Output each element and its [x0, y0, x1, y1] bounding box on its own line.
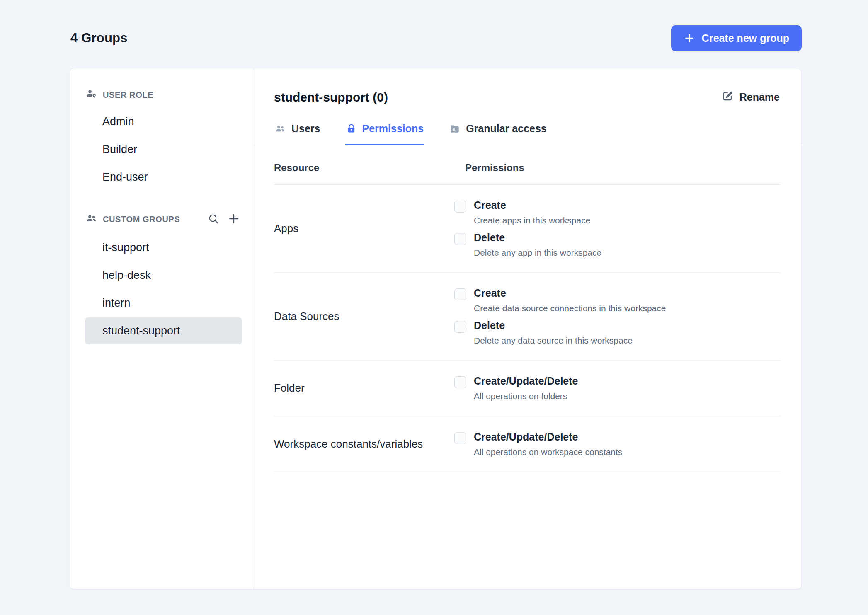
sidebar-item-admin[interactable]: Admin [85, 108, 242, 135]
checkbox-data-sources-create[interactable] [454, 288, 466, 300]
checkbox-folder-crud[interactable] [454, 376, 466, 388]
groups-sidebar: USER ROLE Admin Builder End-user CUSTOM … [70, 68, 254, 589]
checkbox-data-sources-delete[interactable] [454, 321, 466, 333]
resource-label: Workspace constants/variables [274, 438, 454, 450]
permission-text: Create Create apps in this workspace [474, 199, 590, 226]
page-title: 4 Groups [70, 31, 128, 46]
sidebar-item-end-user[interactable]: End-user [85, 164, 242, 191]
permissions-column-header: Permissions [454, 162, 781, 174]
sidebar-item-builder[interactable]: Builder [85, 136, 242, 163]
permissions-cell: Create/Update/Delete All operations on w… [454, 426, 781, 463]
user-gear-icon [86, 88, 97, 102]
rename-label: Rename [739, 91, 780, 103]
add-group-button[interactable] [226, 211, 241, 228]
permissions-table: Resource Permissions Apps Create Create … [274, 145, 781, 472]
permission-label: Delete [474, 231, 601, 244]
rename-button[interactable]: Rename [721, 87, 781, 107]
plus-icon [227, 212, 240, 227]
tab-permissions[interactable]: Permissions [345, 119, 425, 145]
tab-permissions-label: Permissions [362, 123, 424, 135]
permission-label: Create [474, 199, 590, 212]
permission-label: Create/Update/Delete [474, 431, 622, 443]
resource-column-header: Resource [274, 162, 454, 174]
create-new-group-button[interactable]: Create new group [671, 25, 802, 51]
plus-icon [684, 32, 695, 44]
permission-description: Delete any data source in this workspace [474, 335, 633, 346]
tab-users[interactable]: Users [274, 119, 321, 145]
permission-description: All operations on folders [474, 390, 578, 402]
edit-icon [722, 90, 734, 104]
permission-description: All operations on workspace constants [474, 446, 622, 458]
resource-label: Data Sources [274, 310, 454, 323]
users-icon [275, 123, 286, 134]
tab-granular-access-label: Granular access [466, 123, 547, 135]
permission-entry: Create Create apps in this workspace [454, 199, 781, 226]
permission-label: Create/Update/Delete [474, 375, 578, 387]
resource-label: Apps [274, 222, 454, 235]
people-icon [86, 213, 97, 226]
permission-label: Delete [474, 319, 633, 332]
permissions-table-header: Resource Permissions [274, 145, 781, 185]
permission-text: Create Create data source connections in… [474, 287, 666, 314]
table-row-apps: Apps Create Create apps in this workspac… [274, 185, 781, 273]
sidebar-item-help-desk[interactable]: help-desk [85, 262, 242, 289]
permission-entry: Delete Delete any data source in this wo… [454, 319, 781, 346]
user-role-header-label: USER ROLE [103, 90, 153, 100]
custom-groups-section-header: CUSTOM GROUPS [85, 209, 242, 234]
sidebar-item-it-support[interactable]: it-support [85, 234, 242, 261]
table-row-folder: Folder Create/Update/Delete All operatio… [274, 361, 781, 416]
permission-text: Delete Delete any app in this workspace [474, 231, 601, 259]
resource-label: Folder [274, 382, 454, 395]
lock-icon [346, 123, 356, 134]
table-row-data-sources: Data Sources Create Create data source c… [274, 273, 781, 361]
permissions-cell: Create Create apps in this workspace Del… [454, 194, 781, 263]
group-detail-panel: student-support (0) Rename [254, 68, 801, 589]
permission-description: Delete any app in this workspace [474, 247, 601, 258]
topbar: 4 Groups Create new group [0, 0, 868, 52]
permission-entry: Create/Update/Delete All operations on w… [454, 431, 781, 458]
permissions-cell: Create/Update/Delete All operations on f… [454, 370, 781, 407]
permission-description: Create data source connections in this w… [474, 303, 666, 314]
user-role-list: Admin Builder End-user [85, 108, 242, 191]
folder-icon [449, 123, 460, 134]
groups-card: USER ROLE Admin Builder End-user CUSTOM … [70, 68, 802, 589]
sidebar-item-student-support[interactable]: student-support [85, 317, 242, 344]
search-groups-button[interactable] [206, 212, 221, 227]
permission-entry: Delete Delete any app in this workspace [454, 231, 781, 259]
groups-admin-screen: 4 Groups Create new group [0, 0, 868, 615]
sidebar-item-intern[interactable]: intern [85, 290, 242, 317]
table-row-workspace-constants: Workspace constants/variables Create/Upd… [274, 416, 781, 472]
permission-entry: Create Create data source connections in… [454, 287, 781, 314]
checkbox-apps-create[interactable] [454, 201, 466, 213]
permission-text: Create/Update/Delete All operations on f… [474, 375, 578, 402]
permissions-cell: Create Create data source connections in… [454, 282, 781, 351]
custom-groups-list: it-support help-desk intern student-supp… [85, 234, 242, 344]
permission-text: Create/Update/Delete All operations on w… [474, 431, 622, 458]
group-title: student-support (0) [274, 90, 388, 104]
group-tabs: Users Permissions [254, 119, 801, 145]
custom-groups-header-label: CUSTOM GROUPS [103, 215, 180, 224]
search-icon [207, 213, 220, 226]
group-detail-header: student-support (0) Rename [274, 87, 781, 107]
permission-text: Delete Delete any data source in this wo… [474, 319, 633, 346]
permission-label: Create [474, 287, 666, 300]
permission-entry: Create/Update/Delete All operations on f… [454, 375, 781, 402]
checkbox-apps-delete[interactable] [454, 233, 466, 245]
tab-granular-access[interactable]: Granular access [449, 119, 548, 145]
user-role-section-header: USER ROLE [85, 86, 242, 108]
checkbox-workspace-constants-crud[interactable] [454, 432, 466, 444]
create-new-group-label: Create new group [702, 32, 789, 44]
tab-users-label: Users [291, 123, 320, 135]
permission-description: Create apps in this workspace [474, 215, 590, 226]
